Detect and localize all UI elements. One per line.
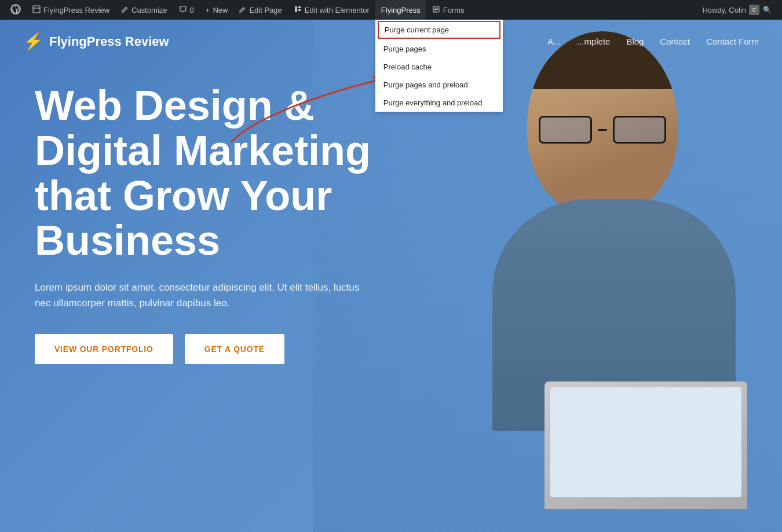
dropdown-purge-everything-preload[interactable]: Purge everything and preload bbox=[375, 94, 503, 112]
wordpress-icon bbox=[10, 4, 21, 16]
admin-bar-user: Howdy, Colin C 🔍 bbox=[696, 5, 777, 15]
dropdown-purge-pages-preload[interactable]: Purge pages and preload bbox=[375, 76, 503, 94]
laptop-screen bbox=[550, 387, 741, 497]
laptop bbox=[545, 381, 747, 509]
admin-bar-flyingpress-label: FlyingPress bbox=[381, 6, 421, 14]
admin-bar-elementor-label: Edit with Elementor bbox=[305, 6, 370, 14]
admin-bar-new[interactable]: + New bbox=[200, 0, 234, 20]
edit-icon bbox=[239, 6, 246, 14]
admin-bar-site-name-label: FlyingPress Review bbox=[43, 6, 109, 14]
site-navigation: A... ...mplete Blog Contact Contact Form bbox=[547, 36, 759, 46]
admin-bar-edit-page-label: Edit Page bbox=[249, 6, 282, 14]
search-icon[interactable]: 🔍 bbox=[763, 6, 772, 14]
site-icon bbox=[32, 5, 41, 15]
hero-title: Web Design & Digital Marketing that Grow… bbox=[35, 83, 429, 263]
dropdown-purge-pages[interactable]: Purge pages bbox=[375, 40, 503, 58]
svg-rect-4 bbox=[298, 9, 301, 11]
admin-bar-site-name[interactable]: FlyingPress Review bbox=[27, 0, 115, 20]
dropdown-purge-current[interactable]: Purge current page bbox=[378, 21, 500, 39]
avatar-icon: C bbox=[749, 5, 759, 15]
svg-rect-3 bbox=[298, 6, 301, 8]
nav-item-complete[interactable]: ...mplete bbox=[577, 36, 611, 46]
svg-rect-1 bbox=[33, 6, 40, 13]
plus-icon: + bbox=[206, 6, 210, 14]
forms-icon bbox=[432, 5, 440, 15]
admin-bar: FlyingPress Review Customize 0 + New Edi… bbox=[0, 0, 782, 20]
admin-bar-forms[interactable]: Forms bbox=[426, 0, 470, 20]
glass-lens-left bbox=[539, 116, 592, 144]
site-logo-text: FlyingPress Review bbox=[49, 34, 169, 49]
glass-bridge bbox=[598, 129, 607, 131]
hero-buttons: VIEW OUR PORTFOLIO GET A QUOTE bbox=[35, 334, 429, 364]
hero-subtitle: Lorem ipsum dolor sit amet, consectetur … bbox=[35, 280, 371, 311]
admin-bar-customize[interactable]: Customize bbox=[115, 0, 173, 20]
comment-icon bbox=[179, 5, 187, 15]
customize-icon bbox=[121, 5, 129, 14]
admin-bar-comments-count: 0 bbox=[190, 6, 194, 14]
admin-bar-flyingpress[interactable]: FlyingPress Purge current page Purge pag… bbox=[375, 0, 426, 20]
nav-item-about[interactable]: A... bbox=[547, 36, 561, 46]
hero-content: Web Design & Digital Marketing that Grow… bbox=[35, 83, 429, 364]
glasses bbox=[539, 112, 666, 147]
admin-bar-new-label: New bbox=[213, 6, 228, 14]
admin-bar-edit-page[interactable]: Edit Page bbox=[233, 0, 287, 20]
portfolio-button[interactable]: VIEW OUR PORTFOLIO bbox=[35, 334, 173, 364]
admin-bar-elementor[interactable]: Edit with Elementor bbox=[288, 0, 375, 20]
quote-button[interactable]: GET A QUOTE bbox=[185, 334, 284, 364]
svg-rect-2 bbox=[295, 6, 297, 12]
elementor-icon bbox=[294, 5, 302, 15]
admin-bar-wp-logo[interactable] bbox=[5, 0, 27, 20]
nav-item-blog[interactable]: Blog bbox=[626, 36, 644, 46]
admin-bar-customize-label: Customize bbox=[131, 6, 167, 14]
admin-bar-forms-label: Forms bbox=[443, 6, 465, 14]
flyingpress-dropdown: Purge current page Purge pages Preload c… bbox=[375, 20, 503, 112]
nav-item-contact-form[interactable]: Contact Form bbox=[706, 36, 759, 46]
logo-bolt-icon: ⚡ bbox=[23, 32, 43, 51]
site-logo[interactable]: ⚡ FlyingPress Review bbox=[23, 32, 169, 51]
admin-bar-comments[interactable]: 0 bbox=[173, 0, 200, 20]
nav-item-contact[interactable]: Contact bbox=[660, 36, 690, 46]
admin-bar-user-label: Howdy, Colin bbox=[702, 6, 746, 14]
dropdown-preload-cache[interactable]: Preload cache bbox=[375, 58, 503, 76]
glass-lens-right bbox=[613, 116, 666, 144]
